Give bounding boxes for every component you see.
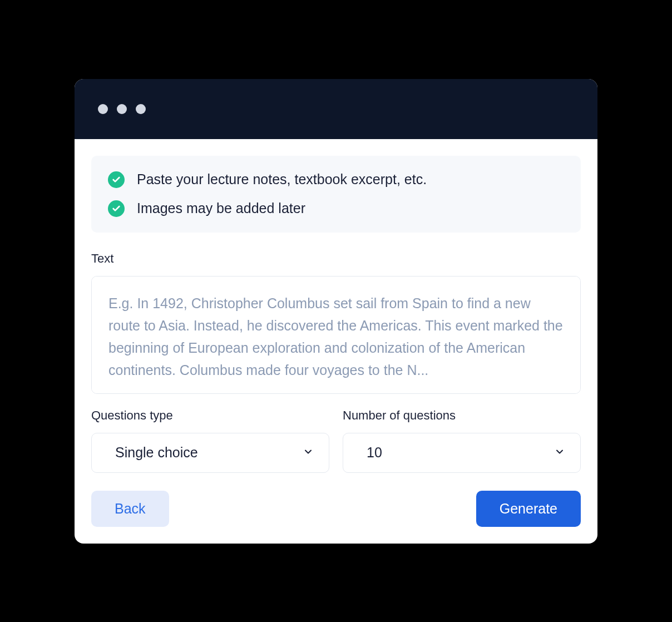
question-type-select[interactable]: Single choice (91, 433, 329, 473)
number-questions-select[interactable]: 10 (343, 433, 581, 473)
info-text: Images may be added later (137, 200, 305, 216)
info-row: Paste your lecture notes, textbook excer… (108, 171, 564, 188)
check-circle-icon (108, 171, 125, 188)
traffic-light-minimize[interactable] (117, 104, 127, 114)
question-type-value: Single choice (115, 445, 198, 461)
info-box: Paste your lecture notes, textbook excer… (91, 156, 581, 233)
traffic-light-close[interactable] (98, 104, 108, 114)
number-questions-label: Number of questions (343, 408, 581, 423)
titlebar (75, 79, 597, 139)
back-button[interactable]: Back (91, 491, 169, 527)
text-input[interactable] (91, 276, 581, 394)
traffic-light-zoom[interactable] (136, 104, 146, 114)
check-circle-icon (108, 200, 125, 217)
content-area: Paste your lecture notes, textbook excer… (75, 139, 597, 544)
app-window: Paste your lecture notes, textbook excer… (75, 79, 597, 544)
text-label: Text (91, 251, 581, 266)
question-type-label: Questions type (91, 408, 329, 423)
info-text: Paste your lecture notes, textbook excer… (137, 171, 427, 187)
number-questions-value: 10 (367, 445, 382, 461)
generate-button[interactable]: Generate (476, 491, 581, 527)
info-row: Images may be added later (108, 200, 564, 217)
